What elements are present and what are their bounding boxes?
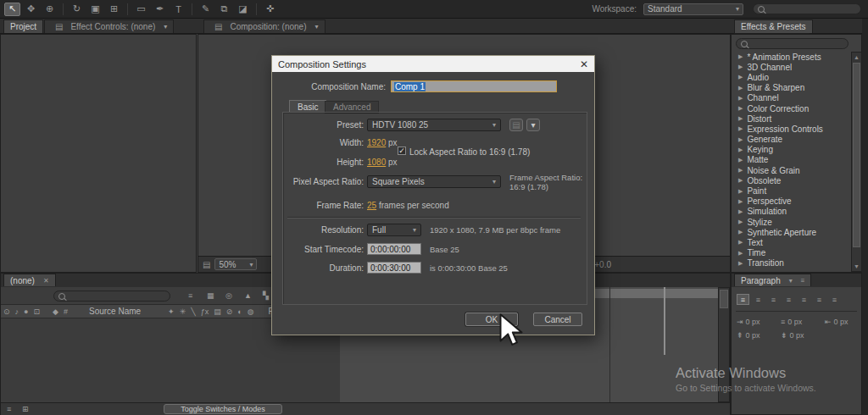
composition-name-input[interactable]: Comp 1 <box>391 80 557 92</box>
expand-icon[interactable]: ▶ <box>738 85 743 91</box>
expand-icon[interactable]: ▶ <box>738 208 743 215</box>
effects-category[interactable]: ▶Generate <box>732 135 851 145</box>
puppet-pin-tool-icon[interactable]: ✜ <box>262 3 278 16</box>
mask-shape-tool-icon[interactable]: ▭ <box>133 3 149 16</box>
align-right-button[interactable]: ≡ <box>767 294 780 305</box>
effects-category[interactable]: ▶Noise & Grain <box>732 165 851 175</box>
effects-category[interactable]: ▶3D Channel <box>732 62 851 72</box>
zoom-tool-icon[interactable]: ⊕ <box>42 3 58 16</box>
save-preset-button[interactable]: ▤ <box>509 119 523 131</box>
expand-icon[interactable]: ▶ <box>738 147 743 153</box>
pixel-aspect-ratio-dropdown[interactable]: Square Pixels ▾ <box>367 175 501 188</box>
effects-category[interactable]: ▶Color Correction <box>732 103 851 113</box>
expand-icon[interactable]: ▶ <box>738 64 743 70</box>
solo-icon[interactable]: ● <box>24 307 28 316</box>
panel-menu-icon[interactable]: ≡ <box>801 277 805 285</box>
effects-scrollbar[interactable]: ▲ ▼ <box>851 52 862 272</box>
expand-icon[interactable]: ▶ <box>738 229 743 235</box>
preset-dropdown[interactable]: HDTV 1080 25 ▾ <box>367 119 501 131</box>
tab-composition[interactable]: ▤ Composition: (none) ▾ <box>203 19 326 33</box>
tab-paragraph[interactable]: Paragraph ▾ ≡ <box>734 274 811 286</box>
motion-blur-icon[interactable]: ▚ <box>263 291 269 300</box>
pen-tool-icon[interactable]: ✒ <box>152 3 168 16</box>
first-line-indent-field[interactable]: ≡ 0 px <box>781 318 802 326</box>
frame-blending-icon[interactable]: ▲ <box>244 291 252 300</box>
effects-search-input[interactable] <box>736 38 849 49</box>
effects-category[interactable]: ▶Blur & Sharpen <box>732 83 851 93</box>
scroll-up-icon[interactable]: ▲ <box>852 54 861 60</box>
effects-category[interactable]: ▶Distort <box>732 113 851 124</box>
lock-aspect-checkbox[interactable]: ✓ <box>398 147 406 155</box>
cancel-button[interactable]: Cancel <box>533 313 582 326</box>
clone-stamp-tool-icon[interactable]: ⧉ <box>216 3 232 16</box>
justify-last-center-button[interactable]: ≡ <box>798 294 810 305</box>
justify-all-button[interactable]: ≡ <box>828 294 841 305</box>
expand-icon[interactable]: ▶ <box>738 105 743 112</box>
delete-preset-button[interactable]: ▾ <box>526 119 540 131</box>
justify-last-right-button[interactable]: ≡ <box>813 294 826 305</box>
effects-category[interactable]: ▶* Animation Presets <box>732 52 851 62</box>
effects-category[interactable]: ▶Paint <box>732 185 851 196</box>
space-before-field[interactable]: ⇞ 0 px <box>737 331 760 340</box>
effects-category[interactable]: ▶Audio <box>732 72 851 82</box>
justify-last-left-button[interactable]: ≡ <box>782 294 795 305</box>
scrollbar-thumb[interactable] <box>853 63 860 247</box>
brush-tool-icon[interactable]: ✎ <box>198 3 214 16</box>
frame-rate-value[interactable]: 25 <box>367 201 376 210</box>
composition-mini-flowchart-icon[interactable]: ≡ <box>188 291 192 300</box>
expand-panel-icon[interactable]: ≡ <box>7 405 11 413</box>
expand-icon[interactable]: ▶ <box>738 177 743 184</box>
align-center-button[interactable]: ≡ <box>752 294 765 305</box>
camera-tool-icon[interactable]: ▣ <box>87 3 103 16</box>
exposure-value[interactable]: +0.0 <box>594 260 611 269</box>
width-value[interactable]: 1920 <box>367 138 386 147</box>
expand-icon[interactable]: ▶ <box>738 198 743 205</box>
hand-tool-icon[interactable]: ✥ <box>23 3 39 16</box>
resolution-dropdown[interactable]: Full ▾ <box>367 224 421 236</box>
effects-category[interactable]: ▶Obsolete <box>732 175 851 185</box>
expand-icon[interactable]: ▶ <box>738 74 743 80</box>
rotate-tool-icon[interactable]: ↻ <box>69 3 85 16</box>
indent-right-field[interactable]: ⇤ 0 px <box>825 318 849 326</box>
lock-aspect-label[interactable]: Lock Aspect Ratio to 16:9 (1.78) <box>409 147 530 157</box>
expand-icon[interactable]: ▶ <box>738 157 743 163</box>
expand-icon[interactable]: ▶ <box>738 260 743 267</box>
always-preview-icon[interactable]: ▤ <box>203 260 210 269</box>
draft-3d-icon[interactable]: ▦ <box>207 291 214 300</box>
expand-icon[interactable]: ▶ <box>738 125 743 132</box>
timeline-search-input[interactable] <box>53 290 170 302</box>
close-icon[interactable]: ✕ <box>43 277 49 285</box>
lock-icon[interactable]: ⊡ <box>33 307 40 316</box>
effects-category[interactable]: ▶Synthetic Aperture <box>732 227 851 237</box>
expand-icon[interactable]: ▶ <box>738 239 743 246</box>
tab-basic[interactable]: Basic <box>289 100 326 113</box>
effects-category[interactable]: ▶Stylize <box>732 217 851 227</box>
dialog-title-bar[interactable]: Composition Settings ✕ <box>272 56 594 72</box>
scrollbar-thumb[interactable] <box>720 290 728 308</box>
audio-icon[interactable]: ♪ <box>15 307 19 316</box>
selection-tool-icon[interactable]: ↖ <box>4 3 20 16</box>
expand-icon[interactable]: ▶ <box>738 95 743 102</box>
effects-category[interactable]: ▶Expression Controls <box>732 124 851 134</box>
space-after-field[interactable]: ⇟ 0 px <box>781 331 804 340</box>
height-value[interactable]: 1080 <box>367 158 386 167</box>
workspace-dropdown[interactable]: Standard ▾ <box>643 3 743 15</box>
effects-category[interactable]: ▶Transition <box>732 258 851 268</box>
source-name-column-header[interactable]: Source Name <box>89 307 141 316</box>
hide-shy-layers-icon[interactable]: ◎ <box>225 291 232 300</box>
effects-category[interactable]: ▶Simulation <box>732 207 851 217</box>
duration-input[interactable]: 0:00:30:00 <box>367 262 421 274</box>
video-eye-icon[interactable]: ⊙ <box>3 307 10 316</box>
toggle-switches-modes-button[interactable]: Toggle Switches / Modes <box>164 404 282 414</box>
expand-icon[interactable]: ▶ <box>738 115 743 122</box>
type-tool-icon[interactable]: T <box>170 3 186 16</box>
timeline-tab[interactable]: (none) ✕ <box>3 274 56 286</box>
expand-icon[interactable]: ▶ <box>738 167 743 174</box>
indent-left-field[interactable]: ⇥ 0 px <box>737 318 760 326</box>
effects-category[interactable]: ▶Keying <box>732 145 851 155</box>
effects-category[interactable]: ▶Perspective <box>732 196 851 207</box>
effects-category[interactable]: ▶Time <box>732 248 851 258</box>
eraser-tool-icon[interactable]: ◪ <box>235 3 251 16</box>
workspace-search-input[interactable] <box>753 3 861 14</box>
expand-icon[interactable]: ▶ <box>738 136 743 143</box>
